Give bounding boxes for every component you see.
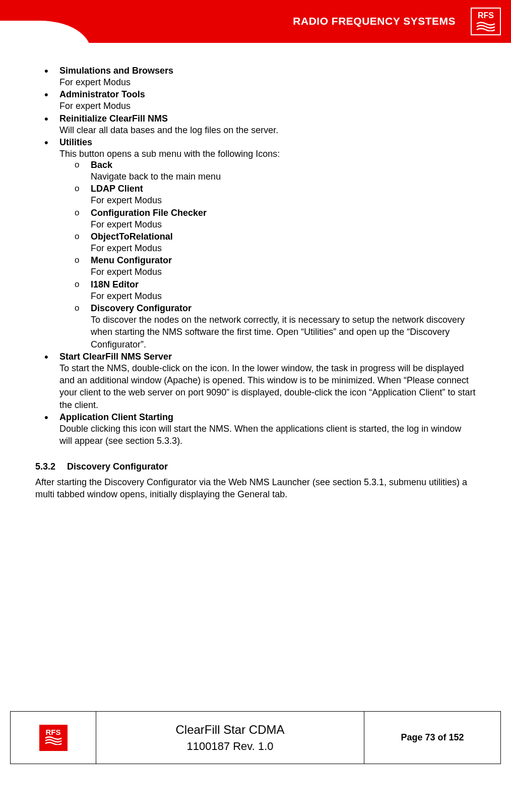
list-item: Simulations and Browsers For expert Modu… [59, 66, 476, 88]
item-desc: For expert Modus [59, 76, 476, 88]
footer-title-cell: ClearFill Star CDMA 1100187 Rev. 1.0 [96, 712, 364, 764]
item-title: Simulations and Browsers [59, 66, 173, 76]
logo-text: RFS [46, 728, 61, 736]
item-desc: Will clear all data bases and the log fi… [59, 124, 476, 136]
item-title: Administrator Tools [59, 89, 145, 99]
footer-title: ClearFill Star CDMA [175, 723, 284, 737]
item-desc: For expert Modus [59, 100, 476, 112]
footer-logo-cell: RFS [11, 712, 96, 764]
item-desc: For expert Modus [91, 290, 476, 302]
item-title: Reinitialize ClearFill NMS [59, 113, 168, 124]
item-desc: For expert Modus [91, 242, 476, 254]
list-item: Utilities This button opens a sub menu w… [59, 137, 476, 351]
item-desc: Double clicking this icon will start the… [59, 423, 476, 447]
wave-icon [476, 21, 496, 31]
list-item: Back Navigate back to the main menu [91, 160, 476, 183]
brand-text: RADIO FREQUENCY SYSTEMS [293, 15, 456, 27]
item-title: Utilities [59, 137, 92, 147]
footer-revision: 1100187 Rev. 1.0 [186, 740, 273, 753]
list-item: LDAP Client For expert Modus [91, 184, 476, 206]
sub-list: Back Navigate back to the main menu LDAP… [59, 160, 476, 351]
rfs-logo: RFS [471, 8, 501, 35]
item-desc: For expert Modus [91, 218, 476, 230]
section-body: After starting the Discovery Configurato… [35, 476, 476, 501]
item-title: Menu Configurator [91, 255, 172, 265]
page-footer: RFS ClearFill Star CDMA 1100187 Rev. 1.0… [10, 711, 501, 764]
item-desc: To discover the nodes on the network cor… [91, 314, 476, 351]
section-heading: 5.3.2 Discovery Configurator [35, 461, 476, 472]
rfs-logo: RFS [39, 725, 68, 751]
list-item: Application Client Starting Double click… [59, 412, 476, 447]
item-title: Configuration File Checker [91, 208, 207, 218]
item-title: ObjectToRelational [91, 231, 173, 242]
section-number: 5.3.2 [35, 461, 65, 472]
list-item: Reinitialize ClearFill NMS Will clear al… [59, 113, 476, 136]
item-title: LDAP Client [91, 184, 143, 194]
item-desc: This button opens a sub menu with the fo… [59, 148, 476, 160]
footer-page-cell: Page 73 of 152 [364, 712, 500, 764]
page-number: Page 73 of 152 [401, 732, 464, 743]
wave-icon [44, 736, 62, 747]
logo-text: RFS [478, 12, 494, 20]
item-title: Application Client Starting [59, 412, 173, 422]
item-title: Discovery Configurator [91, 303, 191, 313]
page-content: Simulations and Browsers For expert Modu… [0, 50, 511, 711]
section-title: Discovery Configurator [67, 461, 168, 472]
item-desc: To start the NMS, double-click on the ic… [59, 362, 476, 411]
list-item: Discovery Configurator To discover the n… [91, 303, 476, 351]
item-title: Start ClearFill NMS Server [59, 352, 172, 362]
list-item: Administrator Tools For expert Modus [59, 89, 476, 112]
item-title: Back [91, 160, 112, 170]
item-desc: For expert Modus [91, 266, 476, 278]
list-item: Start ClearFill NMS Server To start the … [59, 352, 476, 411]
page-header: RADIO FREQUENCY SYSTEMS RFS [0, 0, 511, 50]
item-title: I18N Editor [91, 279, 139, 289]
list-item: I18N Editor For expert Modus [91, 279, 476, 302]
list-item: Configuration File Checker For expert Mo… [91, 208, 476, 230]
list-item: Menu Configurator For expert Modus [91, 255, 476, 278]
list-item: ObjectToRelational For expert Modus [91, 231, 476, 254]
item-desc: For expert Modus [91, 194, 476, 206]
main-list: Simulations and Browsers For expert Modu… [35, 66, 476, 447]
item-desc: Navigate back to the main menu [91, 170, 476, 183]
